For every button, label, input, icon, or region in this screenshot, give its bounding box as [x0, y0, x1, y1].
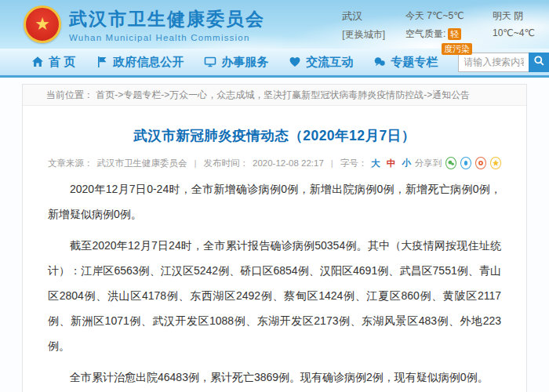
monitor-icon [204, 56, 216, 68]
nav-item-label: 办事服务 [221, 55, 268, 70]
font-small-button[interactable]: 小 [402, 158, 411, 169]
article-title: 武汉市新冠肺炎疫情动态（2020年12月7日） [48, 126, 501, 145]
search-icon [533, 55, 545, 69]
search-button[interactable] [529, 53, 549, 72]
site-header: ★ 武汉市卫生健康委员会 Wuhan Municipal Health Comm… [0, 0, 549, 49]
site-title: 武汉市卫生健康委员会 [69, 7, 265, 31]
search-bar [458, 53, 549, 72]
article-meta: 文章来源：武汉市卫生健康委员会 | 发布时间：2020-12-08 22:17 … [48, 157, 501, 169]
flag-icon [96, 56, 108, 68]
nav-item-label: 专题专栏 [391, 55, 438, 70]
breadcrumb-path[interactable]: 首页->专题专栏->万众一心，众志成城，坚决打赢新型冠状病毒肺炎疫情防控战->通… [96, 89, 470, 100]
nav-item-home[interactable]: 首 页 [31, 55, 75, 70]
home-icon [31, 56, 44, 68]
source-value: 武汉市卫生健康委员会 [97, 158, 187, 169]
weather-widget: 武汉 [更换城市] 今天 7℃~5℃ 空气质量: 轻 度污染 明天 阴 10℃~… [342, 9, 535, 55]
nav-item-services[interactable]: 办事服务 [204, 55, 268, 70]
content-panel: 当前位置： 首页->专题专栏->万众一心，众志成城，坚决打赢新型冠状病毒肺炎疫情… [22, 84, 527, 392]
nav-item-interaction[interactable]: 交流互动 [289, 55, 353, 70]
meta-divider: | [195, 158, 197, 168]
share-qq-icon[interactable] [460, 157, 471, 169]
article-body: 2020年12月7日0-24时，全市新增确诊病例0例，新增出院病例0例，新增死亡… [48, 169, 501, 392]
font-medium-button[interactable]: 中 [387, 158, 396, 169]
nav-item-label: 首 页 [49, 55, 75, 70]
change-city-link[interactable]: [更换城市] [342, 28, 385, 42]
meta-divider: | [331, 158, 333, 168]
weather-city: 武汉 [342, 9, 385, 24]
share-qzone-icon[interactable] [490, 157, 501, 169]
weather-today: 今天 7℃~5℃ [405, 9, 472, 23]
heart-icon [289, 56, 301, 68]
nav-item-gov-info[interactable]: 政府信息公开 [96, 55, 184, 70]
article: 武汉市新冠肺炎疫情动态（2020年12月7日） 文章来源：武汉市卫生健康委员会 … [23, 126, 526, 392]
weather-tomorrow-temp: 10℃~4℃ [493, 27, 535, 38]
weather-tomorrow: 明天 阴 [493, 9, 535, 23]
breadcrumb: 当前位置： 首页->专题专栏->万众一心，众志成城，坚决打赢新型冠状病毒肺炎疫情… [23, 85, 526, 106]
paragraph-cured-deaths: 全市累计治愈出院46483例，累计死亡3869例。现有确诊病例2例，现有疑似病例… [48, 365, 501, 390]
site-subtitle: Wuhan Municipal Health Commission [69, 33, 265, 42]
publish-time-label: 发布时间： [204, 158, 249, 169]
chat-icon [373, 56, 386, 68]
source-label: 文章来源： [48, 158, 93, 169]
publish-time-value: 2020-12-08 22:17 [253, 158, 324, 168]
paragraph-cumulative-by-district: 截至2020年12月7日24时，全市累计报告确诊病例50354例。其中（大疫情网… [48, 233, 501, 358]
font-large-button[interactable]: 大 [371, 158, 380, 169]
nav-item-topics[interactable]: 专题专栏 [373, 55, 438, 70]
air-quality-badge-2: 度污染 [442, 43, 472, 55]
share-wechat-icon[interactable] [445, 157, 456, 169]
national-emblem-icon: ★ [24, 5, 61, 43]
share-label: 分享到 [415, 158, 442, 169]
fontsize-label: 字号： [340, 158, 368, 169]
site-brand[interactable]: ★ 武汉市卫生健康委员会 Wuhan Municipal Health Comm… [24, 5, 265, 43]
search-input[interactable] [458, 53, 529, 72]
nav-item-label: 政府信息公开 [113, 55, 184, 70]
nav-item-label: 交流互动 [306, 55, 353, 70]
air-quality-badge: 轻 [448, 28, 461, 40]
share-weibo-icon[interactable] [475, 157, 486, 169]
air-quality-label: 空气质量: [405, 27, 445, 41]
breadcrumb-label: 当前位置： [46, 89, 93, 100]
paragraph-new-cases: 2020年12月7日0-24时，全市新增确诊病例0例，新增出院病例0例，新增死亡… [48, 176, 501, 227]
